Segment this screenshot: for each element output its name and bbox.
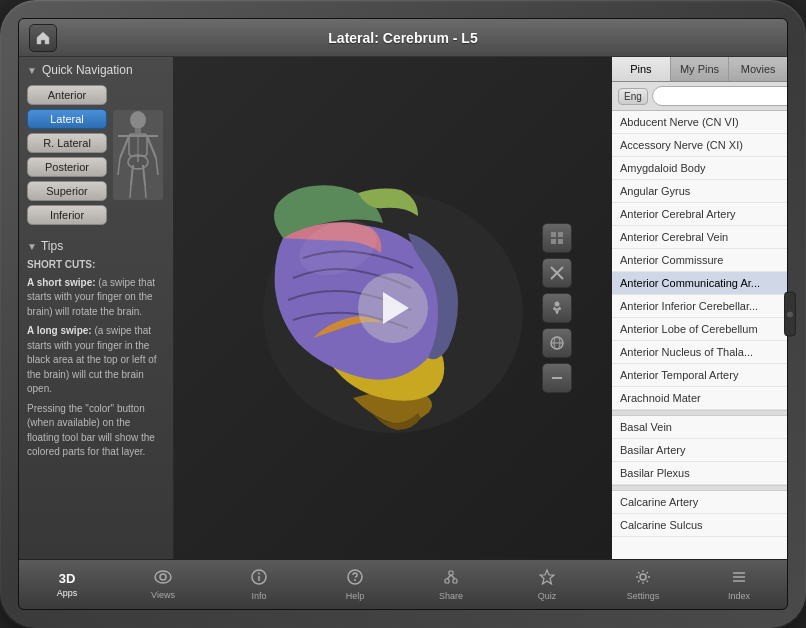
- svg-line-15: [145, 185, 146, 198]
- tab-share-label: Share: [439, 591, 463, 601]
- page-title: Lateral: Cerebrum - L5: [328, 30, 477, 46]
- tab-info[interactable]: Info: [211, 565, 307, 605]
- tip3-text: Pressing the "color" button (when availa…: [27, 402, 165, 460]
- globe-btn[interactable]: [542, 328, 572, 358]
- tab-settings-label: Settings: [627, 591, 660, 601]
- brain-container[interactable]: [253, 158, 533, 458]
- nav-title: Quick Navigation: [42, 63, 133, 77]
- apps-icon: 3D: [59, 571, 76, 586]
- tab-help-label: Help: [346, 591, 365, 601]
- quiz-icon: [539, 569, 555, 589]
- tab-views-label: Views: [151, 590, 175, 600]
- list-item-selected[interactable]: Anterior Communicating Ar...: [612, 272, 787, 295]
- tab-apps-label: Apps: [57, 588, 78, 598]
- svg-rect-2: [135, 128, 141, 133]
- svg-line-14: [130, 185, 131, 198]
- svg-rect-35: [445, 579, 449, 583]
- tab-apps[interactable]: 3D Apps: [19, 567, 115, 602]
- svg-marker-40: [540, 570, 554, 584]
- list-item[interactable]: Basilar Plexus: [612, 462, 787, 485]
- list-item[interactable]: Anterior Inferior Cerebellar...: [612, 295, 787, 318]
- list-item[interactable]: Basal Vein: [612, 416, 787, 439]
- tab-index[interactable]: Index: [691, 565, 787, 605]
- list-item[interactable]: Anterior Commissure: [612, 249, 787, 272]
- nav-btn-r-lateral[interactable]: R. Lateral: [27, 133, 107, 153]
- shortcuts-label: SHORT CUTS:: [27, 258, 165, 273]
- tab-settings[interactable]: Settings: [595, 565, 691, 605]
- play-icon: [383, 292, 409, 324]
- tip1-title: A short swipe:: [27, 277, 96, 288]
- tip2-title: A long swipe:: [27, 325, 92, 336]
- nav-right-col: [110, 85, 165, 225]
- main-content: ▼ Quick Navigation Anterior Lateral R. L…: [19, 57, 787, 559]
- nav-left-col: Anterior Lateral R. Lateral Posterior Su…: [27, 85, 107, 225]
- svg-rect-36: [453, 579, 457, 583]
- figure-btn[interactable]: [542, 293, 572, 323]
- brain-view: [174, 57, 612, 559]
- svg-point-32: [258, 572, 260, 574]
- nav-header: ▼ Quick Navigation: [19, 57, 173, 83]
- list-item[interactable]: Accessory Nerve (CN XI): [612, 134, 787, 157]
- svg-rect-37: [449, 571, 453, 575]
- panel-tabs: Pins My Pins Movies: [612, 57, 787, 82]
- list-item[interactable]: Calcarine Sulcus: [612, 514, 787, 537]
- tab-my-pins[interactable]: My Pins: [671, 57, 730, 81]
- list-item[interactable]: Anterior Temporal Artery: [612, 364, 787, 387]
- help-icon: [347, 569, 363, 589]
- play-button[interactable]: [358, 273, 428, 343]
- nav-btn-superior[interactable]: Superior: [27, 181, 107, 201]
- list-item[interactable]: Anterior Cerebral Artery: [612, 203, 787, 226]
- tab-index-label: Index: [728, 591, 750, 601]
- list-item[interactable]: Basilar Artery: [612, 439, 787, 462]
- anatomy-list[interactable]: Abducent Nerve (CN VI) Accessory Nerve (…: [612, 111, 787, 559]
- list-item[interactable]: Anterior Cerebral Vein: [612, 226, 787, 249]
- tips-content: SHORT CUTS: A short swipe: (a swipe that…: [27, 258, 165, 460]
- list-item[interactable]: Angular Gyrus: [612, 180, 787, 203]
- search-input[interactable]: [652, 86, 787, 106]
- svg-rect-20: [551, 239, 556, 244]
- list-item[interactable]: Amygdaloid Body: [612, 157, 787, 180]
- tab-share[interactable]: Share: [403, 565, 499, 605]
- tab-help[interactable]: Help: [307, 565, 403, 605]
- bottom-bar: 3D Apps Views Info Help: [19, 559, 787, 609]
- settings-icon: [635, 569, 651, 589]
- right-panel: Pins My Pins Movies Eng Abducent Nerve (…: [612, 57, 787, 559]
- share-icon: [443, 569, 459, 589]
- svg-line-38: [447, 575, 451, 579]
- left-sidebar: ▼ Quick Navigation Anterior Lateral R. L…: [19, 57, 174, 559]
- svg-point-28: [155, 571, 171, 583]
- tab-pins[interactable]: Pins: [612, 57, 671, 81]
- cut-btn[interactable]: [542, 258, 572, 288]
- list-item[interactable]: Anterior Nucleus of Thala...: [612, 341, 787, 364]
- svg-point-34: [354, 579, 356, 581]
- list-item[interactable]: Abducent Nerve (CN VI): [612, 111, 787, 134]
- nav-triangle-icon: ▼: [27, 65, 37, 76]
- list-item[interactable]: Calcarine Artery: [612, 491, 787, 514]
- views-icon: [154, 570, 172, 588]
- tab-movies[interactable]: Movies: [729, 57, 787, 81]
- tips-triangle-icon: ▼: [27, 241, 37, 252]
- tips-section: ▼ Tips SHORT CUTS: A short swipe: (a swi…: [19, 233, 173, 559]
- svg-rect-21: [558, 239, 563, 244]
- nav-btn-posterior[interactable]: Posterior: [27, 157, 107, 177]
- nav-btn-anterior[interactable]: Anterior: [27, 85, 107, 105]
- floating-toolbar: [542, 223, 572, 393]
- lang-button[interactable]: Eng: [618, 88, 648, 105]
- tab-views[interactable]: Views: [115, 566, 211, 604]
- svg-point-29: [160, 574, 166, 580]
- panel-search: Eng: [612, 82, 787, 111]
- list-item[interactable]: Arachnoid Mater: [612, 387, 787, 410]
- tab-quiz[interactable]: Quiz: [499, 565, 595, 605]
- skeleton-image: [113, 110, 163, 200]
- list-item[interactable]: Anterior Lobe of Cerebellum: [612, 318, 787, 341]
- home-button[interactable]: [29, 24, 57, 52]
- tips-header: ▼ Tips: [27, 239, 165, 253]
- svg-rect-18: [551, 232, 556, 237]
- svg-point-1: [130, 111, 146, 129]
- nav-btn-inferior[interactable]: Inferior: [27, 205, 107, 225]
- top-bar: Lateral: Cerebrum - L5: [19, 19, 787, 57]
- tab-info-label: Info: [251, 591, 266, 601]
- palette-btn[interactable]: [542, 223, 572, 253]
- nav-btn-lateral[interactable]: Lateral: [27, 109, 107, 129]
- layers-btn[interactable]: [542, 363, 572, 393]
